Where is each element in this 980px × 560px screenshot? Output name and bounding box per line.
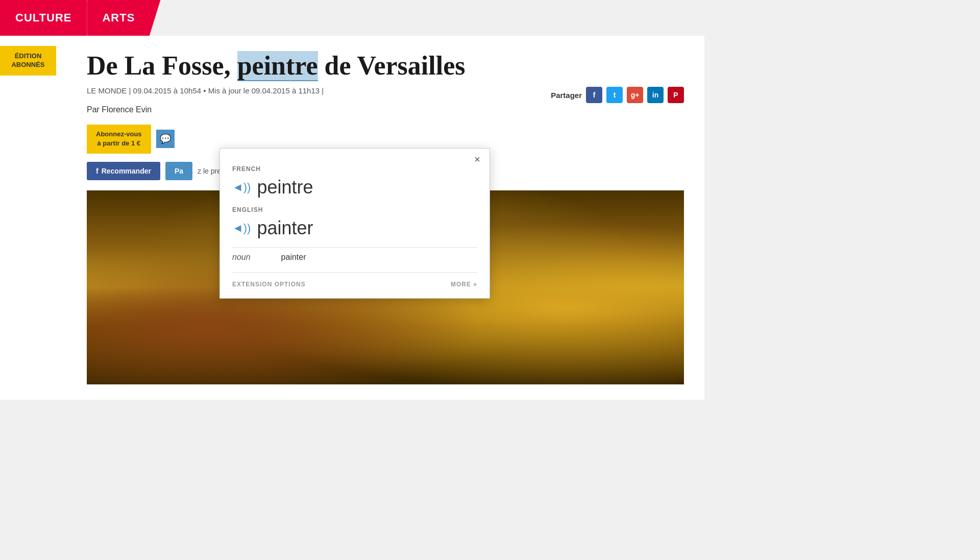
article-author: Par Florence Evin — [87, 105, 684, 114]
pinterest-icon-label: P — [673, 91, 678, 99]
share-label: Partager — [551, 91, 582, 100]
title-highlighted: peintre — [237, 51, 318, 81]
close-icon: × — [474, 154, 480, 165]
source-word-row: ◄)) peintre — [232, 177, 477, 198]
facebook-f-icon: f — [96, 167, 99, 175]
partager-label: Pa — [175, 167, 183, 175]
popup-close-button[interactable]: × — [472, 154, 482, 165]
partager-button[interactable]: Pa — [165, 162, 192, 180]
popup-footer: EXTENSION OPTIONS MORE » — [232, 272, 477, 288]
target-speaker-icon[interactable]: ◄)) — [232, 222, 251, 235]
edition-line1: ÉDITION — [15, 52, 42, 60]
recommander-label: Recommander — [102, 167, 151, 175]
recommander-button[interactable]: f Recommander — [87, 162, 160, 180]
translation-word: painter — [281, 253, 306, 262]
more-link[interactable]: MORE » — [451, 281, 477, 288]
article-title: De La Fosse, peintre de Versailles — [87, 51, 684, 80]
nav-culture[interactable]: CULTURE — [0, 0, 87, 36]
popup-body: FRENCH ◄)) peintre ENGLISH ◄)) painter n… — [220, 165, 489, 298]
target-word: painter — [257, 217, 313, 239]
extension-options-link[interactable]: EXTENSION OPTIONS — [232, 281, 306, 288]
facebook-icon-label: f — [593, 91, 596, 99]
subscribe-button[interactable]: Abonnez-vous à partir de 1 € — [87, 125, 151, 153]
popup-header: × — [220, 149, 489, 165]
pos-row: noun painter — [232, 253, 477, 262]
article-meta-text: LE MONDE | 09.04.2015 à 10h54 • Mis à jo… — [87, 86, 324, 95]
googleplus-icon-label: g+ — [631, 91, 640, 99]
translation-popup: × FRENCH ◄)) peintre ENGLISH ◄)) painter… — [219, 148, 490, 299]
share-twitter-button[interactable]: t — [606, 87, 623, 103]
source-speaker-icon[interactable]: ◄)) — [232, 181, 251, 194]
share-pinterest-button[interactable]: P — [668, 87, 684, 103]
source-lang-label: FRENCH — [232, 165, 477, 173]
title-after: de Versailles — [318, 51, 465, 80]
subscribe-line1: Abonnez-vous — [96, 130, 142, 138]
share-googleplus-button[interactable]: g+ — [627, 87, 643, 103]
share-section: Partager f t g+ in P — [551, 87, 684, 103]
nav-arts-label: ARTS — [102, 11, 135, 25]
share-facebook-button[interactable]: f — [586, 87, 602, 103]
twitter-icon-label: t — [614, 91, 616, 99]
navigation-bar: CULTURE ARTS — [0, 0, 980, 36]
target-word-row: ◄)) painter — [232, 217, 477, 239]
subscribe-line2: à partir de 1 € — [97, 139, 141, 147]
part-of-speech: noun — [232, 253, 251, 262]
nav-arts[interactable]: ARTS — [87, 0, 160, 36]
target-lang-label: ENGLISH — [232, 206, 477, 213]
edition-line2: ABONNÉS — [11, 61, 44, 68]
popup-divider — [232, 247, 477, 248]
author-text: Par Florence Evin — [87, 105, 152, 114]
title-before: De La Fosse, — [87, 51, 237, 80]
main-content: ÉDITION ABONNÉS De La Fosse, peintre de … — [0, 36, 704, 400]
source-word: peintre — [257, 177, 313, 198]
comment-button[interactable]: 💬 — [156, 130, 175, 148]
nav-culture-label: CULTURE — [15, 11, 71, 25]
share-linkedin-button[interactable]: in — [647, 87, 664, 103]
linkedin-icon-label: in — [652, 91, 658, 99]
edition-badge: ÉDITION ABONNÉS — [0, 46, 56, 76]
comment-icon: 💬 — [160, 133, 171, 144]
